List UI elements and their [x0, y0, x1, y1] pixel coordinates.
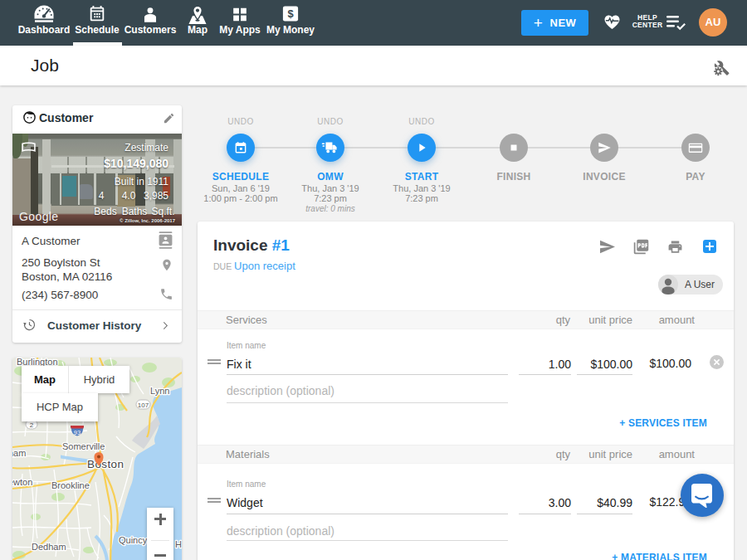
- svg-text:ham: ham: [12, 448, 26, 458]
- svg-text:Lynn: Lynn: [150, 386, 169, 396]
- svg-text:93: 93: [74, 429, 81, 436]
- svg-text:Brookline: Brookline: [51, 480, 90, 490]
- svg-text:Hi: Hi: [175, 539, 182, 549]
- svg-text:107: 107: [138, 402, 149, 409]
- svg-text:2: 2: [30, 421, 34, 429]
- svg-text:Newton: Newton: [12, 477, 32, 487]
- svg-text:$: $: [287, 7, 293, 20]
- svg-text:Quincy: Quincy: [119, 535, 148, 545]
- svg-text:Somerville: Somerville: [62, 441, 105, 451]
- svg-text:Boston: Boston: [87, 458, 124, 470]
- svg-text:Dedham: Dedham: [32, 542, 66, 552]
